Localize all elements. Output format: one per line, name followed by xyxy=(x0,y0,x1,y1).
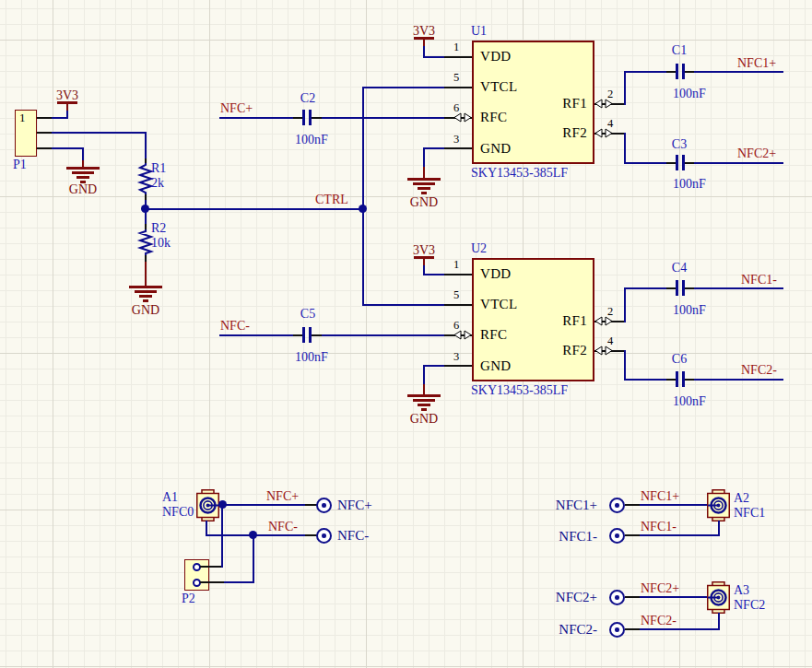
u1-pin1-number: 1 xyxy=(453,41,459,54)
gnd-bar[interactable] xyxy=(129,286,162,288)
wire xyxy=(423,147,444,149)
c3-value: 100nF xyxy=(673,177,706,191)
a2-designator: A2 xyxy=(734,491,749,505)
wire xyxy=(694,379,783,381)
wire xyxy=(624,162,666,164)
port-stub xyxy=(625,596,640,598)
gnd-bar xyxy=(413,399,435,402)
wire xyxy=(624,71,626,105)
a3-designator: A3 xyxy=(734,583,749,597)
port-nfc-minus[interactable] xyxy=(316,528,332,544)
gnd-label: GND xyxy=(410,412,438,426)
net-label-nfc-plus[interactable]: NFC+ xyxy=(266,489,299,503)
net-label-nfc2-minus[interactable]: NFC2- xyxy=(741,363,777,377)
wire xyxy=(219,334,293,336)
net-label-nfc1-minus[interactable]: NFC1- xyxy=(641,520,677,533)
port-nfc2-minus[interactable] xyxy=(609,622,625,638)
gnd-bar[interactable] xyxy=(407,178,441,181)
coax-connector-a3[interactable] xyxy=(707,581,730,614)
wire xyxy=(423,147,425,167)
pin-stub xyxy=(444,365,472,367)
u2-pin-rf2: RF2 xyxy=(553,343,587,358)
connector-p1[interactable] xyxy=(15,110,37,157)
capacitor-c6[interactable] xyxy=(676,371,678,387)
capacitor-c1[interactable] xyxy=(676,64,678,79)
pin-stub xyxy=(444,304,472,306)
capacitor-c2[interactable] xyxy=(302,110,305,125)
wire xyxy=(253,535,254,583)
c2-designator: C2 xyxy=(300,91,315,105)
c1-value: 100nF xyxy=(673,87,706,100)
net-label-ctrl[interactable]: CTRL xyxy=(315,193,348,206)
wire xyxy=(423,274,444,275)
port-nfc-plus[interactable] xyxy=(316,498,332,513)
net-label-nfc1-minus[interactable]: NFC1- xyxy=(741,273,777,287)
port-label-nfc1-minus: NFC1- xyxy=(551,529,597,545)
port-nfc1-plus[interactable] xyxy=(609,498,625,513)
wire xyxy=(322,334,444,336)
pin-stub xyxy=(444,147,472,149)
port-label-nfc-minus: NFC- xyxy=(337,528,369,544)
wire xyxy=(624,287,626,322)
coax-connector-a2[interactable] xyxy=(707,489,730,522)
port-nfc1-minus[interactable] xyxy=(609,528,625,544)
wire xyxy=(362,87,444,88)
net-label-nfc1-plus[interactable]: NFC1+ xyxy=(641,489,679,503)
cap-lead xyxy=(312,117,322,119)
u2-designator: U2 xyxy=(471,241,487,255)
pin-stub xyxy=(200,566,221,568)
port-nfc2-plus[interactable] xyxy=(609,590,625,605)
net-label-nfc1-plus[interactable]: NFC1+ xyxy=(737,56,776,70)
power-stem xyxy=(423,259,425,265)
p1-pin1-number: 1 xyxy=(19,111,26,124)
capacitor-c3[interactable] xyxy=(676,155,678,170)
gnd-bar xyxy=(139,295,152,298)
wire xyxy=(718,521,720,536)
p2-designator: P2 xyxy=(182,592,195,605)
capacitor-c5[interactable] xyxy=(302,327,305,343)
gnd-bar[interactable] xyxy=(66,167,100,170)
a2-net-name: NFC1 xyxy=(734,506,765,520)
u1-designator: U1 xyxy=(471,24,487,38)
cap-lead xyxy=(666,162,676,164)
gnd-bar xyxy=(143,299,148,302)
gnd-bar[interactable] xyxy=(407,394,441,397)
wire xyxy=(224,581,254,583)
port-stub xyxy=(625,504,640,506)
u2-pin-vtcl: VTCL xyxy=(480,297,517,312)
pin-stub xyxy=(444,56,472,58)
pin-stub xyxy=(37,147,52,149)
net-label-nfc2-plus[interactable]: NFC2+ xyxy=(641,581,679,595)
wire xyxy=(322,117,444,119)
cap-lead xyxy=(685,287,694,289)
cap-lead xyxy=(666,379,676,381)
net-label-nfc-minus[interactable]: NFC- xyxy=(220,319,250,333)
p1-designator: P1 xyxy=(13,158,27,171)
net-label-nfc2-minus[interactable]: NFC2- xyxy=(641,614,677,627)
capacitor-c4[interactable] xyxy=(676,280,678,296)
u1-pin-rf2: RF2 xyxy=(553,125,587,141)
cap-lead xyxy=(666,71,676,73)
net-label-nfc-plus[interactable]: NFC+ xyxy=(220,101,253,115)
u1-pin-vdd: VDD xyxy=(480,49,511,64)
wire xyxy=(423,365,444,367)
net-label-nfc2-plus[interactable]: NFC2+ xyxy=(737,146,776,160)
u1-pin-rfc: RFC xyxy=(480,110,507,125)
gnd-label: GND xyxy=(132,303,159,317)
resistor-lead xyxy=(145,255,147,262)
coax-connector-a1[interactable] xyxy=(196,489,219,522)
gnd-bar xyxy=(72,171,94,174)
pin-stub xyxy=(37,132,52,134)
bidirectional-pin-arrow-icon xyxy=(595,346,612,356)
wire xyxy=(218,504,305,506)
wire xyxy=(423,365,425,384)
c6-value: 100nF xyxy=(673,394,706,408)
bidirectional-pin-arrow-icon xyxy=(454,330,471,340)
gnd-bar xyxy=(76,176,89,179)
wire xyxy=(640,504,708,506)
wire xyxy=(624,379,666,381)
port-stub xyxy=(625,534,640,536)
c4-designator: C4 xyxy=(672,261,687,275)
a1-net-name: NFC0 xyxy=(162,505,194,519)
net-label-nfc-minus[interactable]: NFC- xyxy=(268,520,298,533)
